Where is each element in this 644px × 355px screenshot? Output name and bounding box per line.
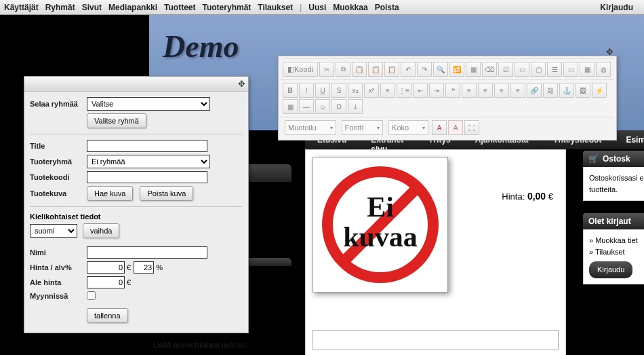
cut-icon[interactable]: ✂: [319, 62, 334, 77]
product-group-label: Tuoteryhmä: [30, 157, 87, 166]
align-right-icon[interactable]: ≡: [494, 83, 509, 98]
button-icon[interactable]: ▭: [563, 62, 578, 77]
editor-toolbar: ✥ ◧ Koodi ✂ ⧉ 📋 📋 📋 ↶ ↷ 🔍 🔁 ▦ ⌫ ☑ ▭ ▢ ☰ …: [278, 56, 617, 141]
price-vat-label: Hinta / alv%: [30, 263, 87, 272]
subscript-icon[interactable]: x₂: [348, 83, 363, 98]
image-icon[interactable]: 🖼: [576, 83, 590, 98]
paste-icon[interactable]: 📋: [352, 62, 367, 77]
quote-icon[interactable]: ❝: [445, 83, 460, 98]
bullet-list-icon[interactable]: ⋮≡: [397, 83, 411, 98]
menu-media[interactable]: Mediapankki: [108, 3, 157, 12]
textarea-icon[interactable]: ▢: [531, 62, 546, 77]
onsale-checkbox[interactable]: [87, 291, 96, 300]
select-icon[interactable]: ☰: [547, 62, 562, 77]
editor-move-icon[interactable]: ✥: [606, 47, 613, 57]
undo-icon[interactable]: ↶: [401, 62, 416, 77]
find-icon[interactable]: 🔍: [433, 62, 448, 77]
menu-orders[interactable]: Tilaukset: [258, 3, 293, 12]
superscript-icon[interactable]: x²: [364, 83, 379, 98]
format-select[interactable]: Muotoilu▾: [285, 120, 336, 135]
save-button[interactable]: tallenna: [87, 308, 128, 323]
move-icon[interactable]: ✥: [238, 79, 245, 89]
remove-format-icon[interactable]: ⌫: [482, 62, 497, 77]
indent-icon[interactable]: ⇥: [429, 83, 444, 98]
no-image-placeholder: Ei kuvaa: [313, 157, 448, 293]
cart-header: 🛒 Ostosk: [583, 151, 644, 167]
page-break-icon[interactable]: ⤓: [348, 99, 363, 114]
bg-color-icon[interactable]: A: [448, 120, 463, 135]
product-image-label: Tuotekuva: [30, 189, 87, 198]
menu-edit[interactable]: Muokkaa: [333, 3, 367, 12]
copy-icon[interactable]: ⧉: [336, 62, 350, 77]
image-button-icon[interactable]: ▦: [580, 62, 595, 77]
flash-icon[interactable]: ⚡: [592, 83, 607, 98]
right-sidebar: 🛒 Ostosk Ostoskorissasi e tuotteita. Ole…: [583, 151, 644, 284]
align-left-icon[interactable]: ≡: [462, 83, 477, 98]
login-button[interactable]: Kirjaudu: [589, 261, 632, 278]
delete-image-button[interactable]: Poista kuva: [140, 186, 193, 201]
paste-text-icon[interactable]: 📋: [368, 62, 383, 77]
checkbox-icon[interactable]: ☑: [498, 62, 513, 77]
menu-users[interactable]: Käyttäjät: [4, 3, 39, 12]
smiley-icon[interactable]: ☺: [315, 99, 330, 114]
hidden-field-icon[interactable]: ◍: [596, 62, 611, 77]
unlink-icon[interactable]: ⛓: [543, 83, 558, 98]
product-card: Ei kuvaa Hinta: 0,00 €: [305, 149, 566, 355]
price-input[interactable]: [87, 261, 125, 274]
add-news-link[interactable]: Lisää ajankohtainen uutinen: [153, 341, 246, 349]
menu-products[interactable]: Tuotteet: [164, 3, 195, 12]
align-center-icon[interactable]: ≡: [478, 83, 493, 98]
product-group-select[interactable]: Ei ryhmää: [87, 155, 210, 168]
bold-icon[interactable]: B: [283, 83, 298, 98]
redo-icon[interactable]: ↷: [417, 62, 432, 77]
browse-group-select[interactable]: Valitse: [87, 97, 210, 111]
language-select[interactable]: suomi: [30, 224, 77, 238]
italic-icon[interactable]: I: [299, 83, 314, 98]
nav-example[interactable]: Esim: [613, 130, 644, 149]
title-input[interactable]: [87, 140, 207, 152]
text-color-icon[interactable]: A: [432, 120, 447, 135]
justify-icon[interactable]: ≡: [510, 83, 525, 98]
form-titlebar[interactable]: ✥: [24, 77, 248, 92]
orders-link[interactable]: Tilaukset: [595, 248, 625, 256]
size-select[interactable]: Koko▾: [388, 120, 428, 135]
content-area: Demo Etusivu Extranet sivu Yritys Ajanko…: [0, 15, 644, 355]
menu-new[interactable]: Uusi: [308, 3, 326, 12]
source-button[interactable]: ◧ Koodi: [283, 62, 318, 77]
special-char-icon[interactable]: Ω: [331, 99, 346, 114]
anchor-icon[interactable]: ⚓: [559, 83, 574, 98]
outdent-icon[interactable]: ⇤: [413, 83, 428, 98]
paste-word-icon[interactable]: 📋: [384, 62, 399, 77]
replace-icon[interactable]: 🔁: [449, 62, 464, 77]
edit-info-link[interactable]: Muokkaa tiet: [595, 236, 637, 244]
login-header: Olet kirjaut: [583, 213, 644, 229]
menu-productgroups[interactable]: Tuoteryhmät: [203, 3, 251, 12]
maximize-icon[interactable]: ⛶: [464, 120, 479, 135]
select-group-button[interactable]: Valitse ryhmä: [87, 113, 146, 128]
menu-delete[interactable]: Poista: [375, 3, 399, 12]
underline-icon[interactable]: U: [315, 83, 330, 98]
product-desc-input[interactable]: [313, 330, 559, 350]
change-lang-button[interactable]: vaihda: [83, 223, 119, 238]
name-input[interactable]: [87, 246, 207, 259]
table-icon[interactable]: ▦: [283, 99, 298, 114]
cart-icon: 🛒: [588, 154, 599, 164]
menu-pages[interactable]: Sivut: [82, 3, 102, 12]
link-icon[interactable]: 🔗: [527, 83, 542, 98]
menu-groups[interactable]: Ryhmät: [45, 3, 75, 12]
pct-unit: %: [156, 263, 163, 272]
site-title: Demo: [163, 29, 239, 64]
numbered-list-icon[interactable]: ≡: [380, 83, 395, 98]
textfield-icon[interactable]: ▭: [515, 62, 529, 77]
vat-input[interactable]: [134, 261, 154, 274]
strike-icon[interactable]: S: [331, 83, 346, 98]
sale-price-label: Ale hinta: [30, 278, 87, 286]
cart-body: Ostoskorissasi e tuotteita.: [583, 167, 644, 201]
font-select[interactable]: Fontti▾: [342, 120, 384, 135]
product-code-input[interactable]: [87, 171, 207, 183]
select-all-icon[interactable]: ▦: [466, 62, 481, 77]
get-image-button[interactable]: Hae kuva: [87, 186, 133, 201]
sale-price-input[interactable]: [87, 276, 125, 288]
menu-login[interactable]: Kirjaudu: [600, 3, 633, 12]
hr-icon[interactable]: ―: [299, 99, 314, 114]
